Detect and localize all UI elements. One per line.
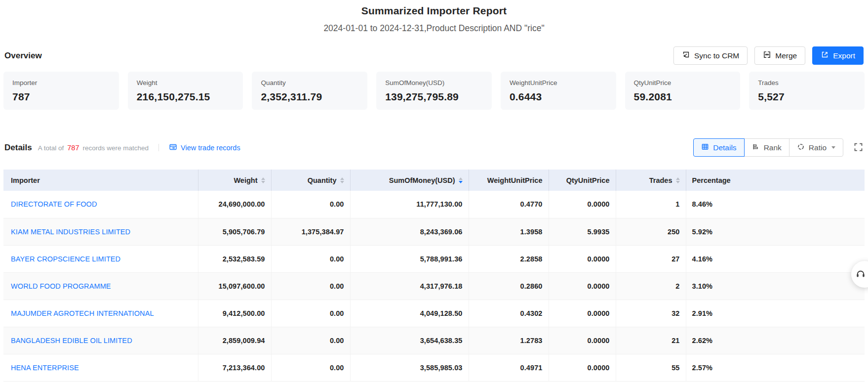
column-label: QtyUnitPrice bbox=[566, 176, 610, 184]
export-label: Export bbox=[833, 51, 855, 60]
stat-card-label: WeightUnitPrice bbox=[510, 79, 607, 86]
stat-card-value: 0.6443 bbox=[510, 91, 607, 103]
cell-sum_of_money_usd: 5,788,991.36 bbox=[350, 245, 469, 272]
cell-sum_of_money_usd: 4,049,128.50 bbox=[350, 300, 469, 327]
merge-cells-icon bbox=[763, 50, 771, 61]
export-button[interactable]: Export bbox=[812, 46, 864, 65]
stat-card-label: QtyUnitPrice bbox=[634, 79, 732, 86]
cell-weight: 2,859,009.94 bbox=[198, 327, 271, 354]
cell-importer: WORLD FOOD PROGRAMME bbox=[3, 272, 198, 300]
table-row: HENA ENTERPRISE7,213,364.000.003,585,985… bbox=[3, 354, 865, 381]
stat-card-label: Weight bbox=[137, 79, 235, 86]
cell-sum_of_money_usd: 3,654,638.35 bbox=[350, 327, 469, 354]
headset-icon bbox=[855, 268, 868, 281]
importer-link[interactable]: HENA ENTERPRISE bbox=[11, 364, 79, 372]
sort-icon bbox=[261, 177, 265, 183]
cell-importer: MAJUMDER AGROTECH INTERNATIONAL bbox=[3, 300, 198, 327]
column-header-trades[interactable]: Trades bbox=[616, 170, 686, 191]
table-body: DIRECTORATE OF FOOD24,690,000.000.0011,7… bbox=[3, 191, 865, 381]
sync-to-crm-label: Sync to CRM bbox=[694, 51, 739, 60]
sort-icon bbox=[459, 177, 463, 183]
cell-quantity: 0.00 bbox=[271, 245, 350, 272]
cell-importer: BANGLADESH EDIBLE OIL LIMITED bbox=[3, 327, 198, 354]
importer-link[interactable]: DIRECTORATE OF FOOD bbox=[11, 200, 97, 208]
cell-percentage: 2.62% bbox=[686, 327, 865, 354]
view-trade-records-link[interactable]: View trade records bbox=[169, 143, 240, 153]
cell-importer: KIAM METAL INDUSTRIES LIMITED bbox=[3, 218, 198, 245]
sort-icon bbox=[340, 177, 344, 183]
overview-stat-cards: Importer 787 Weight 216,150,275.15 Quant… bbox=[3, 72, 865, 110]
cell-trades: 32 bbox=[616, 300, 686, 327]
stat-card-value: 139,275,795.89 bbox=[385, 91, 483, 103]
column-label: Importer bbox=[11, 176, 40, 184]
table-header: ImporterWeightQuantitySumOfMoney(USD)Wei… bbox=[3, 170, 865, 191]
overview-bar: Overview Sync to CRM Merge Export bbox=[3, 46, 865, 65]
fullscreen-button[interactable] bbox=[853, 142, 864, 154]
tab-ratio[interactable]: Ratio bbox=[789, 138, 843, 157]
stat-card-value: 787 bbox=[12, 91, 110, 103]
stat-card-value: 5,527 bbox=[758, 91, 856, 103]
importer-link[interactable]: BAYER CROPSCIENCE LIMITED bbox=[11, 255, 120, 263]
table-header-row: ImporterWeightQuantitySumOfMoney(USD)Wei… bbox=[3, 170, 865, 191]
stat-card-value: 59.2081 bbox=[634, 91, 732, 103]
records-matched-text: A total of 787 records were matched bbox=[38, 144, 149, 152]
sort-icon bbox=[676, 177, 680, 183]
table-row: BAYER CROPSCIENCE LIMITED2,532,583.590.0… bbox=[3, 245, 865, 272]
cell-weight: 9,412,500.00 bbox=[198, 300, 271, 327]
cell-sum_of_money_usd: 8,243,369.06 bbox=[350, 218, 469, 245]
stat-card-value: 216,150,275.15 bbox=[137, 91, 235, 103]
stat-card: Importer 787 bbox=[3, 72, 119, 110]
table-row: DIRECTORATE OF FOOD24,690,000.000.0011,7… bbox=[3, 191, 865, 218]
column-header-quantity[interactable]: Quantity bbox=[271, 170, 350, 191]
column-header-qty_unit_price: QtyUnitPrice bbox=[549, 170, 616, 191]
cell-percentage: 3.10% bbox=[686, 272, 865, 300]
importer-table: ImporterWeightQuantitySumOfMoney(USD)Wei… bbox=[3, 170, 865, 382]
table-row: WORLD FOOD PROGRAMME15,097,600.000.004,3… bbox=[3, 272, 865, 300]
table-row: MAJUMDER AGROTECH INTERNATIONAL9,412,500… bbox=[3, 300, 865, 327]
report-page: Summarized Importer Report 2024-01-01 to… bbox=[0, 0, 868, 382]
cell-weight_unit_price: 0.4971 bbox=[469, 354, 549, 381]
column-header-weight[interactable]: Weight bbox=[198, 170, 271, 191]
column-label: Trades bbox=[649, 176, 672, 184]
stat-card: Quantity 2,352,311.79 bbox=[252, 72, 367, 110]
importer-link[interactable]: MAJUMDER AGROTECH INTERNATIONAL bbox=[11, 309, 154, 317]
cell-qty_unit_price: 5.9935 bbox=[549, 218, 616, 245]
table-row: KIAM METAL INDUSTRIES LIMITED5,905,706.7… bbox=[3, 218, 865, 245]
sync-icon bbox=[682, 50, 690, 61]
cell-sum_of_money_usd: 3,585,985.03 bbox=[350, 354, 469, 381]
cell-weight_unit_price: 0.4770 bbox=[469, 191, 549, 218]
importer-link[interactable]: WORLD FOOD PROGRAMME bbox=[11, 282, 111, 290]
column-header-sum_of_money_usd[interactable]: SumOfMoney(USD) bbox=[350, 170, 469, 191]
tab-rank[interactable]: Rank bbox=[744, 138, 789, 157]
details-heading: Details bbox=[4, 143, 32, 153]
export-icon bbox=[821, 50, 829, 61]
cell-qty_unit_price: 0.0000 bbox=[549, 272, 616, 300]
cell-sum_of_money_usd: 4,317,976.18 bbox=[350, 272, 469, 300]
sync-to-crm-button[interactable]: Sync to CRM bbox=[673, 46, 748, 65]
column-label: SumOfMoney(USD) bbox=[389, 176, 455, 184]
cell-qty_unit_price: 0.0000 bbox=[549, 245, 616, 272]
cell-quantity: 0.00 bbox=[271, 191, 350, 218]
match-suffix: records were matched bbox=[83, 144, 149, 152]
cell-importer: DIRECTORATE OF FOOD bbox=[3, 191, 198, 218]
cell-weight: 5,905,706.79 bbox=[198, 218, 271, 245]
cell-quantity: 1,375,384.97 bbox=[271, 218, 350, 245]
cell-weight_unit_price: 1.3958 bbox=[469, 218, 549, 245]
page-title: Summarized Importer Report bbox=[3, 5, 865, 17]
details-toolbar-left: Details A total of 787 records were matc… bbox=[4, 143, 240, 153]
importer-link[interactable]: BANGLADESH EDIBLE OIL LIMITED bbox=[11, 337, 132, 345]
vertical-divider bbox=[158, 144, 159, 151]
table-row: BANGLADESH EDIBLE OIL LIMITED2,859,009.9… bbox=[3, 327, 865, 354]
cell-sum_of_money_usd: 11,777,130.00 bbox=[350, 191, 469, 218]
stat-card-label: Trades bbox=[758, 79, 856, 86]
cell-quantity: 0.00 bbox=[271, 300, 350, 327]
cell-trades: 55 bbox=[616, 354, 686, 381]
cell-qty_unit_price: 0.0000 bbox=[549, 327, 616, 354]
importer-link[interactable]: KIAM METAL INDUSTRIES LIMITED bbox=[11, 228, 130, 236]
tab-ratio-label: Ratio bbox=[809, 143, 827, 152]
stat-card-label: Quantity bbox=[261, 79, 358, 86]
cell-quantity: 0.00 bbox=[271, 272, 350, 300]
cell-qty_unit_price: 0.0000 bbox=[549, 300, 616, 327]
merge-button[interactable]: Merge bbox=[754, 46, 805, 65]
tab-details[interactable]: Details bbox=[693, 138, 744, 157]
